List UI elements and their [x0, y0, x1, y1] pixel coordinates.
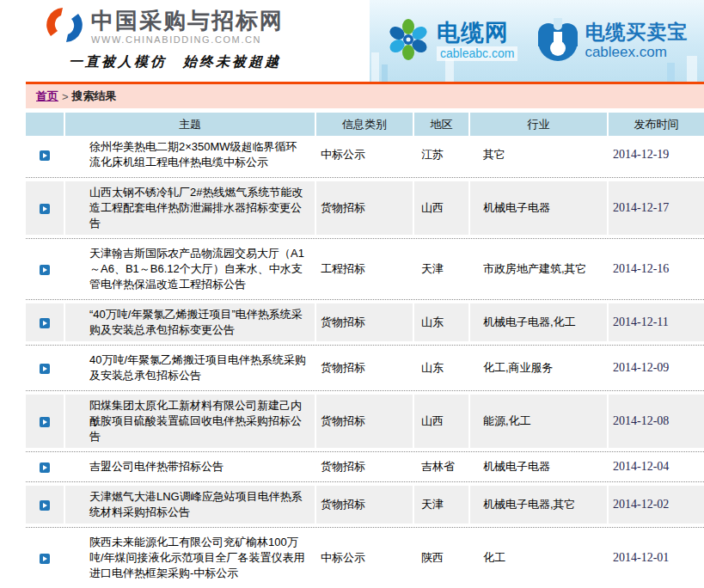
cableabc-logo[interactable]: 电缆网 cableabc.com	[387, 18, 517, 64]
chinabidding-swirl-icon	[45, 5, 84, 48]
result-title-link[interactable]: 山西太钢不锈冷轧厂2#热线燃气系统节能改造工程配套电伴热防泄漏排水器招标变更公告	[89, 186, 303, 230]
breadcrumb: 首页 > 搜索结果	[26, 84, 704, 108]
col-icon	[26, 113, 64, 136]
row-separator	[26, 387, 704, 395]
col-publish-date: 发布时间	[608, 113, 704, 136]
row-icon-cell	[26, 395, 64, 448]
cableex-name: 电缆买卖宝	[585, 21, 688, 42]
cableex-m-icon	[538, 21, 578, 61]
row-industry-cell: 市政房地产建筑,其它	[469, 242, 608, 296]
row-industry-cell: 其它	[469, 136, 608, 174]
result-title-link[interactable]: 天津翰吉斯国际农产品物流园交易大厅（A1～A6、B1～B6.12个大厅）自来水、…	[89, 247, 304, 291]
breadcrumb-separator: >	[62, 90, 69, 103]
row-region-cell: 天津	[413, 242, 469, 296]
cableabc-domain: cableabc.com	[437, 46, 517, 61]
row-info-type-cell: 货物招标	[315, 181, 413, 235]
table-row: 天津翰吉斯国际农产品物流园交易大厅（A1～A6、B1～B6.12个大厅）自来水、…	[26, 242, 704, 296]
flower-icon	[387, 18, 430, 64]
row-info-type-cell: 货物招标	[315, 456, 413, 478]
table-row: 吉盟公司电伴热带招标公告货物招标吉林省机械电子电器2014-12-04	[26, 456, 704, 478]
play-bullet-icon[interactable]	[40, 364, 50, 374]
row-date-cell: 2014-12-08	[608, 395, 704, 448]
partner-banner: 电缆网 cableabc.com 电缆买卖宝 cableex.com	[370, 0, 704, 82]
play-bullet-icon[interactable]	[40, 265, 50, 275]
row-title-cell: 天津燃气大港LNG调峰应急站项目电伴热系统材料采购招标公告	[64, 486, 315, 524]
result-title-link[interactable]: 陕西未来能源化工有限公司兖矿榆林100万吨/年煤间接液化示范项目全厂各装置仪表用…	[89, 536, 305, 579]
row-separator	[26, 478, 704, 486]
row-title-cell: 徐州华美热电二期2×350MW级超临界循环流化床机组工程电伴热电缆中标公示	[64, 136, 315, 174]
col-info-type: 信息类别	[315, 113, 413, 136]
breadcrumb-home-link[interactable]: 首页	[36, 89, 58, 104]
result-title-link[interactable]: 徐州华美热电二期2×350MW级超临界循环流化床机组工程电伴热电缆中标公示	[89, 140, 297, 168]
page: 中国采购与招标网 WWW.CHINABIDDING.COM.CN 一直被人模仿 …	[0, 0, 704, 588]
row-separator	[26, 341, 704, 349]
play-bullet-icon[interactable]	[40, 554, 50, 564]
row-date-cell: 2014-12-01	[608, 531, 704, 585]
cableex-logo[interactable]: 电缆买卖宝 cableex.com	[538, 21, 688, 61]
row-date-cell: 2014-12-02	[608, 486, 704, 524]
row-region-cell: 山西	[413, 181, 469, 235]
play-bullet-icon[interactable]	[40, 204, 50, 214]
col-subject: 主题	[64, 113, 315, 136]
row-separator	[26, 524, 704, 531]
row-date-cell: 2014-12-17	[608, 181, 704, 235]
site-url: WWW.CHINABIDDING.COM.CN	[91, 34, 284, 45]
row-separator	[26, 235, 704, 242]
result-title-link[interactable]: “40万吨/年聚氯乙烯搬迁项目”电伴热系统采购及安装总承包招标变更公告	[89, 308, 303, 336]
site-tagline: 一直被人模仿 始终未被超越	[69, 53, 284, 71]
row-title-cell: 40万吨/年聚氯乙烯搬迁项目电伴热系统采购及安装总承包招标公告	[64, 349, 315, 387]
row-title-cell: 陕西未来能源化工有限公司兖矿榆林100万吨/年煤间接液化示范项目全厂各装置仪表用…	[64, 531, 315, 585]
table-row: “40万吨/年聚氯乙烯搬迁项目”电伴热系统采购及安装总承包招标变更公告货物招标山…	[26, 303, 704, 341]
banner-decoration	[371, 52, 379, 82]
table-row: 天津燃气大港LNG调峰应急站项目电伴热系统材料采购招标公告货物招标天津机械电子电…	[26, 486, 704, 524]
row-industry-cell: 化工	[469, 531, 608, 585]
row-info-type-cell: 货物招标	[315, 486, 413, 524]
result-title-link[interactable]: 40万吨/年聚氯乙烯搬迁项目电伴热系统采购及安装总承包招标公告	[89, 353, 306, 382]
table-row: 40万吨/年聚氯乙烯搬迁项目电伴热系统采购及安装总承包招标公告货物招标山东化工,…	[26, 349, 704, 387]
play-bullet-icon[interactable]	[40, 150, 50, 161]
play-bullet-icon[interactable]	[40, 500, 50, 511]
row-date-cell: 2014-12-19	[608, 136, 704, 174]
play-bullet-icon[interactable]	[40, 318, 50, 328]
row-info-type-cell: 货物招标	[315, 349, 413, 387]
results-table: 主题 信息类别 地区 行业 发布时间 徐州华美热电二期2×350MW级超临界循环…	[26, 113, 704, 588]
row-icon-cell	[26, 136, 64, 174]
site-title: 中国采购与招标网	[91, 9, 284, 34]
col-industry: 行业	[469, 113, 608, 136]
table-row: 徐州华美热电二期2×350MW级超临界循环流化床机组工程电伴热电缆中标公示中标公…	[26, 136, 704, 174]
row-info-type-cell: 工程招标	[315, 242, 413, 296]
banner-decoration	[687, 56, 697, 82]
row-date-cell: 2014-12-09	[608, 349, 704, 387]
banner-decoration	[667, 63, 675, 82]
row-date-cell: 2014-12-16	[608, 242, 704, 296]
play-bullet-icon[interactable]	[40, 462, 50, 473]
row-separator	[26, 585, 704, 588]
row-title-cell: 山西太钢不锈冷轧厂2#热线燃气系统节能改造工程配套电伴热防泄漏排水器招标变更公告	[64, 181, 315, 235]
table-row: 山西太钢不锈冷轧厂2#热线燃气系统节能改造工程配套电伴热防泄漏排水器招标变更公告…	[26, 181, 704, 235]
result-title-link[interactable]: 天津燃气大港LNG调峰应急站项目电伴热系统材料采购招标公告	[89, 490, 303, 518]
row-icon-cell	[26, 456, 64, 478]
row-icon-cell	[26, 303, 64, 341]
play-bullet-icon[interactable]	[40, 417, 50, 427]
row-title-cell: “40万吨/年聚氯乙烯搬迁项目”电伴热系统采购及安装总承包招标变更公告	[64, 303, 315, 341]
row-region-cell: 山东	[413, 349, 469, 387]
row-region-cell: 陕西	[413, 531, 469, 585]
site-header: 中国采购与招标网 WWW.CHINABIDDING.COM.CN 一直被人模仿 …	[0, 0, 704, 82]
row-industry-cell: 机械电子电器	[469, 181, 608, 235]
row-info-type-cell: 中标公示	[315, 136, 413, 174]
chinabidding-logo[interactable]: 中国采购与招标网 WWW.CHINABIDDING.COM.CN 一直被人模仿 …	[45, 5, 284, 71]
col-region: 地区	[413, 113, 469, 136]
row-icon-cell	[26, 349, 64, 387]
result-title-link[interactable]: 阳煤集团太原化工新材料有限公司新建己内酰胺项目硫酸装置硫回收电伴热采购招标公告	[89, 399, 302, 443]
row-date-cell: 2014-12-11	[608, 303, 704, 341]
result-title-link[interactable]: 吉盟公司电伴热带招标公告	[89, 460, 223, 473]
row-info-type-cell: 货物招标	[315, 395, 413, 448]
row-info-type-cell: 货物招标	[315, 303, 413, 341]
row-industry-cell: 机械电子电器	[469, 456, 608, 478]
breadcrumb-current: 搜索结果	[72, 89, 117, 104]
row-region-cell: 吉林省	[413, 456, 469, 478]
row-region-cell: 山西	[413, 395, 469, 448]
row-industry-cell: 机械电子电器,化工	[469, 303, 608, 341]
row-title-cell: 天津翰吉斯国际农产品物流园交易大厅（A1～A6、B1～B6.12个大厅）自来水、…	[64, 242, 315, 296]
row-industry-cell: 化工,商业服务	[469, 349, 608, 387]
